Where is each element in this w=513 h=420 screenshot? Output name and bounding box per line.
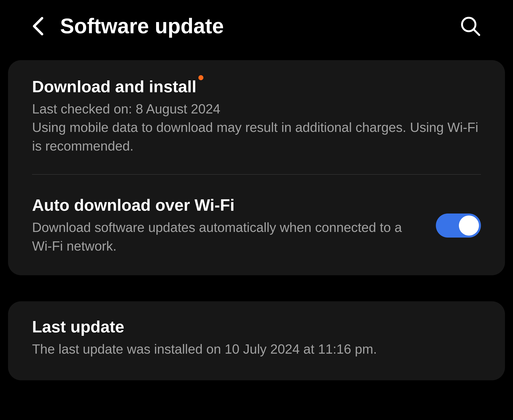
last-update-title: Last update [32, 317, 124, 336]
auto-download-toggle[interactable] [436, 214, 481, 238]
toggle-thumb-icon [459, 216, 479, 236]
last-update-item[interactable]: Last update The last update was installe… [8, 301, 505, 380]
download-install-item[interactable]: Download and install Last checked on: 8 … [8, 60, 505, 174]
download-install-subtitle: Last checked on: 8 August 2024 Using mob… [32, 100, 481, 155]
auto-download-title: Auto download over Wi-Fi [32, 196, 235, 215]
auto-download-description: Download software updates automatically … [32, 218, 424, 255]
download-install-title: Download and install [32, 77, 196, 96]
chevron-left-icon [32, 16, 44, 37]
auto-download-item[interactable]: Auto download over Wi-Fi Download softwa… [8, 175, 505, 275]
settings-card: Download and install Last checked on: 8 … [8, 60, 505, 275]
svg-point-0 [462, 18, 476, 31]
search-button[interactable] [460, 16, 481, 37]
header: Software update [8, 0, 505, 60]
back-button[interactable] [32, 16, 44, 37]
last-update-description: The last update was installed on 10 July… [32, 340, 481, 358]
svg-line-1 [474, 30, 479, 35]
notification-dot-icon [198, 75, 203, 80]
search-icon [460, 16, 481, 37]
page-title: Software update [60, 14, 460, 38]
auto-download-content: Auto download over Wi-Fi Download softwa… [32, 196, 436, 255]
